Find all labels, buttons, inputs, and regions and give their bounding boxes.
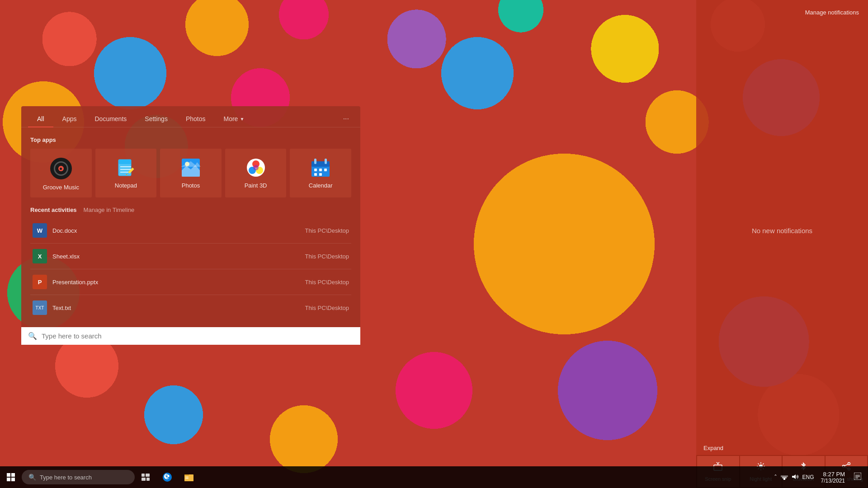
svg-rect-47: [146, 478, 150, 481]
svg-rect-61: [855, 478, 858, 479]
tab-documents[interactable]: Documents: [85, 111, 136, 127]
paint3d-icon: [246, 158, 266, 178]
recent-file-path-ppt: This PC\Desktop: [305, 279, 349, 286]
manage-timeline-link[interactable]: Manage in Timeline: [84, 206, 135, 213]
svg-rect-17: [118, 160, 131, 164]
search-bar[interactable]: 🔍: [21, 327, 360, 345]
app-tile-paint3d[interactable]: Paint 3D: [225, 149, 287, 197]
recent-item-sheet[interactable]: X Sheet.xlsx This PC\Desktop: [30, 244, 351, 269]
tab-more[interactable]: More ▼: [214, 111, 253, 127]
tab-apps[interactable]: Apps: [53, 111, 86, 127]
svg-rect-35: [314, 169, 317, 171]
excel-file-icon: X: [33, 249, 47, 263]
svg-rect-60: [855, 476, 860, 477]
search-tabs: All Apps Documents Settings Photos More …: [21, 106, 360, 127]
recent-file-name-txt: Text.txt: [52, 305, 305, 311]
recent-file-name-ppt: Presentation.pptx: [52, 279, 305, 286]
svg-rect-59: [855, 475, 860, 476]
search-more-options[interactable]: ···: [339, 113, 354, 125]
search-input[interactable]: [42, 332, 354, 340]
recent-file-name-sheet: Sheet.xlsx: [52, 253, 305, 260]
svg-point-25: [185, 162, 189, 166]
recent-file-path-doc: This PC\Desktop: [305, 227, 349, 234]
svg-rect-43: [11, 478, 15, 481]
start-search-panel: All Apps Documents Settings Photos More …: [21, 106, 360, 345]
tab-photos[interactable]: Photos: [177, 111, 215, 127]
taskbar-search-icon: 🔍: [28, 474, 36, 481]
recent-file-path-txt: This PC\Desktop: [305, 305, 349, 311]
taskbar: 🔍 Type here to search: [0, 466, 868, 488]
svg-point-30: [253, 165, 259, 170]
photos-icon: [181, 158, 201, 178]
taskbar-pinned-apps: [156, 466, 200, 488]
svg-rect-36: [319, 169, 322, 171]
recent-file-name-doc: Doc.docx: [52, 227, 305, 234]
word-file-icon: W: [33, 223, 47, 238]
tab-settings[interactable]: Settings: [136, 111, 177, 127]
manage-notifications-link[interactable]: Manage notifications: [696, 0, 868, 20]
svg-rect-40: [7, 473, 10, 477]
taskbar-explorer[interactable]: [178, 466, 200, 488]
groove-music-icon: [50, 158, 72, 179]
svg-rect-44: [142, 474, 145, 477]
svg-line-14: [844, 464, 848, 466]
taskbar-search-placeholder: Type here to search: [40, 474, 92, 481]
txt-file-icon: TXT: [33, 300, 47, 315]
svg-rect-52: [185, 477, 189, 478]
svg-rect-34: [325, 159, 327, 164]
recent-item-doc[interactable]: W Doc.docx This PC\Desktop: [30, 218, 351, 244]
svg-rect-42: [7, 478, 10, 481]
svg-rect-33: [314, 159, 316, 164]
svg-rect-45: [146, 474, 150, 477]
app-tile-groove-music[interactable]: Groove Music: [30, 149, 92, 197]
svg-rect-53: [185, 478, 189, 479]
notepad-icon: [116, 158, 136, 178]
start-button[interactable]: [0, 466, 22, 488]
network-icon[interactable]: [781, 474, 788, 481]
notification-panel: Manage notifications No new notification…: [696, 0, 868, 488]
calendar-icon: [311, 158, 330, 178]
svg-rect-38: [314, 173, 317, 176]
taskbar-right: ˄ ENG 8:27 PM 7/13/2021: [774, 471, 868, 484]
svg-rect-37: [324, 169, 327, 171]
recent-files-list: W Doc.docx This PC\Desktop X Sheet.xlsx …: [30, 218, 351, 320]
recent-activities-header: Recent activities Manage in Timeline: [30, 206, 351, 213]
app-name-calendar: Calendar: [309, 182, 333, 189]
expand-button[interactable]: Expand: [696, 441, 868, 455]
app-name-paint3d: Paint 3D: [245, 182, 267, 189]
top-apps-title: Top apps: [30, 136, 351, 143]
tray-chevron[interactable]: ˄: [774, 474, 777, 481]
taskbar-left: 🔍 Type here to search: [0, 466, 156, 488]
app-tile-notepad[interactable]: Notepad: [95, 149, 157, 197]
taskbar-edge[interactable]: [156, 466, 178, 488]
app-name-groove: Groove Music: [43, 184, 79, 191]
recent-item-txt[interactable]: TXT Text.txt This PC\Desktop: [30, 295, 351, 320]
svg-rect-39: [319, 173, 322, 176]
search-bar-icon: 🔍: [28, 332, 37, 340]
tab-all[interactable]: All: [28, 111, 53, 127]
system-clock[interactable]: 8:27 PM 7/13/2021: [816, 471, 849, 484]
task-view-button[interactable]: [135, 466, 156, 488]
svg-rect-41: [11, 473, 15, 477]
tray-icons: ˄ ENG: [774, 474, 814, 481]
search-content: Top apps Groove Music: [21, 127, 360, 327]
volume-icon[interactable]: [792, 474, 799, 481]
clock-time: 8:27 PM: [821, 471, 845, 478]
svg-point-12: [848, 463, 850, 465]
notification-center-button[interactable]: [852, 473, 863, 482]
svg-marker-57: [792, 474, 796, 479]
app-tile-calendar[interactable]: Calendar: [290, 149, 351, 197]
svg-line-10: [763, 464, 764, 465]
recent-item-ppt[interactable]: P Presentation.pptx This PC\Desktop: [30, 269, 351, 295]
recent-file-path-sheet: This PC\Desktop: [305, 253, 349, 260]
ppt-file-icon: P: [33, 275, 47, 289]
svg-line-7: [758, 464, 759, 465]
no-notifications-text: No new notifications: [696, 20, 868, 441]
svg-rect-56: [781, 475, 788, 477]
app-tile-photos[interactable]: Photos: [160, 149, 222, 197]
svg-rect-46: [142, 478, 146, 481]
app-name-notepad: Notepad: [115, 182, 137, 189]
top-apps-grid: Groove Music Notepad: [30, 149, 351, 197]
language-indicator[interactable]: ENG: [802, 474, 814, 480]
taskbar-search-box[interactable]: 🔍 Type here to search: [22, 470, 135, 484]
